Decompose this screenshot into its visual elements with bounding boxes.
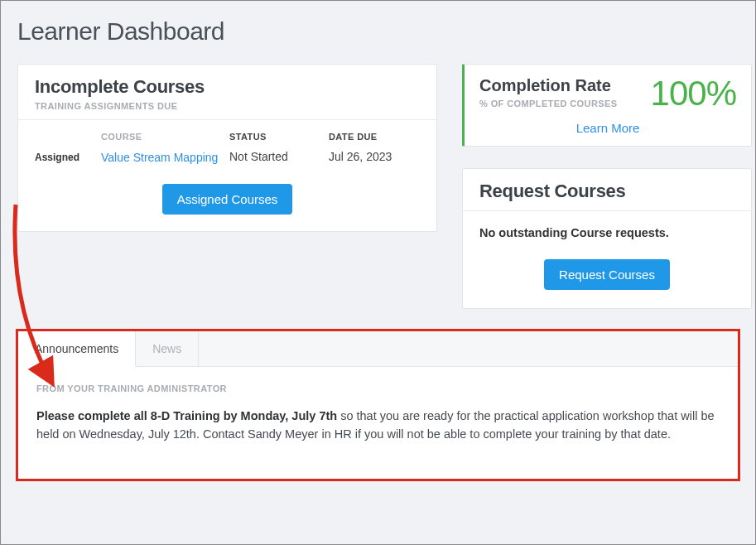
completion-value: 100% xyxy=(651,76,736,111)
course-link[interactable]: Value Stream Mapping xyxy=(101,151,218,164)
request-body: No outstanding Course requests. xyxy=(463,210,751,244)
announcements-subtitle: FROM YOUR TRAINING ADMINISTRATOR xyxy=(36,383,720,393)
assigned-badge: Assigned xyxy=(35,150,101,163)
page-title: Learner Dashboard xyxy=(17,17,739,46)
announcement-text: Please complete all 8-D Training by Mond… xyxy=(36,407,720,444)
completion-rate-card: Completion Rate % OF COMPLETED COURSES 1… xyxy=(462,64,752,147)
announcements-section: Announcements News FROM YOUR TRAINING AD… xyxy=(17,330,739,480)
date-cell: Jul 26, 2023 xyxy=(329,150,420,163)
completion-title: Completion Rate xyxy=(479,76,617,95)
col-status-header: STATUS xyxy=(229,132,329,142)
request-courses-button[interactable]: Request Courses xyxy=(544,259,670,290)
learn-more-link[interactable]: Learn More xyxy=(576,121,640,135)
tab-announcements[interactable]: Announcements xyxy=(18,331,136,367)
request-title: Request Courses xyxy=(479,181,734,202)
incomplete-subtitle: TRAINING ASSIGNMENTS DUE xyxy=(35,101,420,111)
table-header: COURSE STATUS DATE DUE xyxy=(35,132,420,142)
announcement-bold: Please complete all 8-D Training by Mond… xyxy=(36,409,337,422)
tab-news[interactable]: News xyxy=(136,331,199,366)
status-cell: Not Started xyxy=(229,150,329,163)
incomplete-courses-card: Incomplete Courses TRAINING ASSIGNMENTS … xyxy=(17,64,437,232)
table-row: Assigned Value Stream Mapping Not Starte… xyxy=(35,150,420,166)
col-date-header: DATE DUE xyxy=(329,132,420,142)
request-courses-card: Request Courses No outstanding Course re… xyxy=(462,168,752,309)
col-course-header: COURSE xyxy=(101,132,229,142)
assigned-courses-button[interactable]: Assigned Courses xyxy=(162,184,293,215)
completion-subtitle: % OF COMPLETED COURSES xyxy=(479,99,617,109)
incomplete-title: Incomplete Courses xyxy=(35,76,420,98)
